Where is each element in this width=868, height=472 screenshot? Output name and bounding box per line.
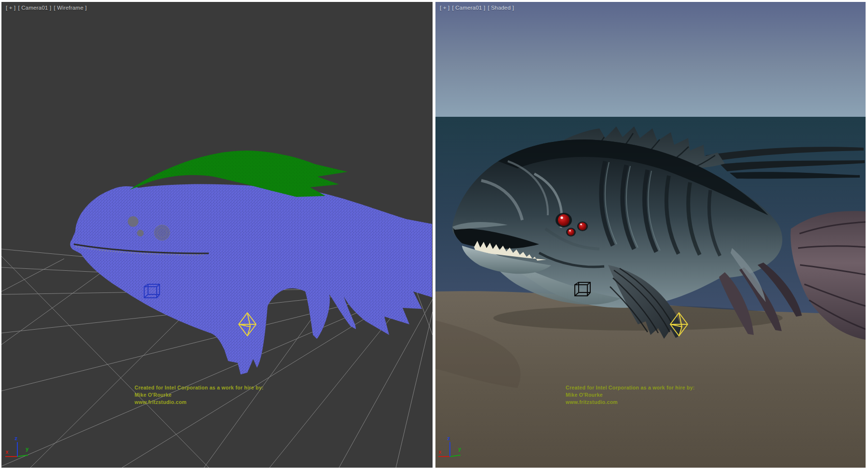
viewport-menu-pov[interactable]: [ + ] <box>440 5 450 11</box>
sky-background <box>435 2 866 118</box>
viewport-label-right: [ + ][ Camera01 ][ Shaded ] <box>440 5 516 11</box>
viewport-menu-shading[interactable]: [ Shaded ] <box>488 5 514 11</box>
axis-z-label: z <box>447 435 450 442</box>
watermark-line-3: www.fritzstudio.com <box>135 399 264 406</box>
viewport-label-left: [ + ][ Camera01 ][ Wireframe ] <box>6 5 89 11</box>
viewport-menu-pov[interactable]: [ + ] <box>6 5 16 11</box>
axis-y-label: y <box>458 446 461 452</box>
copyright-watermark: Created for Intel Corporation as a work … <box>566 384 695 406</box>
fish-wireframe-stipple <box>70 184 432 375</box>
viewport-menu-camera[interactable]: [ Camera01 ] <box>452 5 486 11</box>
viewport-shaded[interactable]: [ + ][ Camera01 ][ Shaded ] <box>435 2 866 468</box>
viewport-menu-camera[interactable]: [ Camera01 ] <box>18 5 52 11</box>
axis-x-label: x <box>438 449 442 455</box>
watermark-line-1: Created for Intel Corporation as a work … <box>566 384 695 391</box>
axis-x-label: x <box>5 449 9 455</box>
viewport-menu-shading[interactable]: [ Wireframe ] <box>54 5 86 11</box>
watermark-line-1: Created for Intel Corporation as a work … <box>135 384 264 391</box>
copyright-watermark: Created for Intel Corporation as a work … <box>135 384 264 406</box>
axis-y-label: y <box>26 446 29 452</box>
eye-large <box>558 214 570 226</box>
eye-mid <box>579 222 586 230</box>
watermark-line-2: Mike O'Rourke <box>135 391 264 399</box>
axis-z-label: z <box>14 435 18 442</box>
viewport-wireframe[interactable]: [ + ][ Camera01 ][ Wireframe ] <box>1 2 433 468</box>
fish-model-wireframe[interactable] <box>70 151 432 375</box>
world-axis-tripod: x y z <box>5 435 29 457</box>
watermark-line-3: www.fritzstudio.com <box>566 399 695 406</box>
eye-small <box>568 229 574 236</box>
watermark-line-2: Mike O'Rourke <box>566 391 695 399</box>
